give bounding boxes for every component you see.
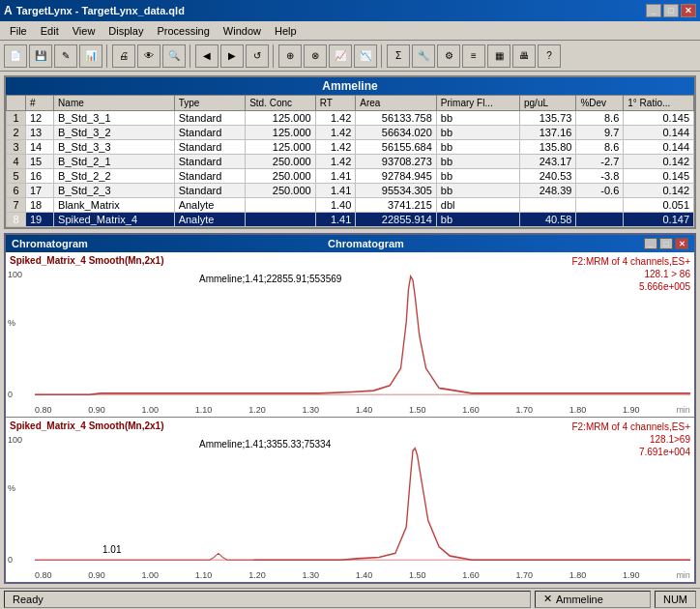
x-label-7: 1.50 xyxy=(409,405,426,415)
menu-file[interactable]: File xyxy=(4,23,33,39)
menu-processing[interactable]: Processing xyxy=(151,23,215,39)
menu-view[interactable]: View xyxy=(67,23,102,39)
toolbar-btn-1[interactable]: 📄 xyxy=(4,44,27,68)
x2-label-8: 1.60 xyxy=(462,570,480,580)
table-row[interactable]: 617B_Std_2_3Standard250.0001.4195534.305… xyxy=(7,184,694,198)
status-ammeline: ✕ Ammeline xyxy=(535,591,651,608)
chrom-panel-2: Spiked_Matrix_4 Smooth(Mn,2x1) F2:MRM of… xyxy=(6,418,694,582)
toolbar-btn-9[interactable]: ▶ xyxy=(220,44,244,68)
x-label-3: 1.10 xyxy=(195,405,213,415)
x-label-4: 1.20 xyxy=(248,405,266,415)
table-row[interactable]: 415B_Std_2_1Standard250.0001.4293708.273… xyxy=(7,155,694,169)
table-row[interactable]: 819Spiked_Matrix_4Analyte1.4122855.914bb… xyxy=(7,213,694,227)
title-bar-controls: _ □ ✕ xyxy=(646,4,696,17)
toolbar-btn-15[interactable]: Σ xyxy=(387,44,410,68)
sep-2 xyxy=(190,44,191,68)
chrom-annotation-1: Ammeline;1.41;22855.91;553569 xyxy=(199,274,341,284)
toolbar-btn-10[interactable]: ↺ xyxy=(246,44,269,68)
chrom-title-label: Chromatogram xyxy=(328,238,404,249)
x2-label-3: 1.10 xyxy=(195,570,213,580)
minimize-button[interactable]: _ xyxy=(646,4,661,17)
x-axis-labels-2: 0.80 0.90 1.00 1.10 1.20 1.30 1.40 1.50 … xyxy=(35,570,690,580)
toolbar-btn-18[interactable]: ≡ xyxy=(462,44,485,68)
x-label-5: 1.30 xyxy=(302,405,319,415)
main-content: Ammeline # Name Type Std. Conc RT Area P… xyxy=(0,72,700,588)
col-header-pgul[interactable]: pg/uL xyxy=(519,96,575,111)
toolbar-btn-3[interactable]: ✎ xyxy=(54,44,77,68)
chrom-svg-2 xyxy=(35,435,690,566)
chrom-title: Chromatogram xyxy=(12,238,88,249)
y-label-pct-p2: % xyxy=(8,483,15,493)
toolbar-btn-4[interactable]: 📊 xyxy=(79,44,102,68)
col-header-rt[interactable]: RT xyxy=(315,96,356,111)
col-header-name[interactable]: Name xyxy=(54,96,175,111)
table-row[interactable]: 516B_Std_2_2Standard250.0001.4192784.945… xyxy=(7,169,694,184)
toolbar-btn-8[interactable]: ◀ xyxy=(195,44,219,68)
chrom-svg-1 xyxy=(35,270,690,401)
chrom-panel-1: Spiked_Matrix_4 Smooth(Mn,2x1) F2:MRM of… xyxy=(6,252,694,418)
app-icon: A xyxy=(4,4,13,17)
y-label-0-p1: 0 xyxy=(8,390,13,399)
chrom-maximize[interactable]: □ xyxy=(659,238,673,249)
col-header-type[interactable]: Type xyxy=(174,96,245,111)
col-header-dev[interactable]: %Dev xyxy=(576,96,624,111)
x2-label-7: 1.50 xyxy=(409,570,426,580)
x2-label-5: 1.30 xyxy=(302,570,319,580)
x-label-10: 1.80 xyxy=(569,405,587,415)
x-axis-labels-1: 0.80 0.90 1.00 1.10 1.20 1.30 1.40 1.50 … xyxy=(35,405,690,415)
y-label-0-p2: 0 xyxy=(8,555,13,565)
x2-label-6: 1.40 xyxy=(356,570,373,580)
chrom-panel2-label: Spiked_Matrix_4 Smooth(Mn,2x1) xyxy=(10,420,163,431)
col-header-stdconc[interactable]: Std. Conc xyxy=(246,96,315,111)
table-row[interactable]: 112B_Std_3_1Standard125.0001.4256133.758… xyxy=(7,111,694,126)
col-header-ratio[interactable]: 1° Ratio... xyxy=(624,96,694,111)
maximize-button[interactable]: □ xyxy=(663,4,679,17)
toolbar-btn-19[interactable]: ▦ xyxy=(487,44,510,68)
col-header-num[interactable]: # xyxy=(26,96,54,111)
data-window-title: Ammeline xyxy=(6,77,694,95)
toolbar-btn-13[interactable]: 📈 xyxy=(329,44,352,68)
toolbar-btn-21[interactable]: ? xyxy=(538,44,561,68)
chrom-controls: _ □ ✕ xyxy=(644,238,688,249)
x-label-2: 1.00 xyxy=(142,405,160,415)
sep-3 xyxy=(273,44,275,68)
toolbar-btn-16[interactable]: 🔧 xyxy=(412,44,435,68)
data-window: Ammeline # Name Type Std. Conc RT Area P… xyxy=(4,75,696,229)
toolbar-btn-14[interactable]: 📉 xyxy=(354,44,377,68)
x2-min-label: min xyxy=(676,570,690,580)
data-table: # Name Type Std. Conc RT Area Primary Fl… xyxy=(6,95,694,227)
chrom-annotation-2b: 1.01 xyxy=(102,544,121,555)
x-label-0: 0.80 xyxy=(35,405,52,415)
toolbar-btn-11[interactable]: ⊕ xyxy=(278,44,302,68)
table-row[interactable]: 314B_Std_3_3Standard125.0001.4256155.684… xyxy=(7,140,694,155)
chrom-panel1-info1: F2:MRM of 4 channels,ES+ xyxy=(571,255,690,268)
y-label-100-p1: 100 xyxy=(8,270,22,279)
toolbar-btn-20[interactable]: 🖶 xyxy=(512,44,536,68)
menu-help[interactable]: Help xyxy=(269,23,303,39)
toolbar-btn-17[interactable]: ⚙ xyxy=(437,44,460,68)
x-min-label-1: min xyxy=(676,405,690,415)
x2-label-9: 1.70 xyxy=(516,570,534,580)
table-container: # Name Type Std. Conc RT Area Primary Fl… xyxy=(6,95,694,227)
table-row[interactable]: 213B_Std_3_2Standard125.0001.4256634.020… xyxy=(7,126,694,140)
sep-4 xyxy=(381,44,383,68)
toolbar-btn-5[interactable]: 🖨 xyxy=(112,44,135,68)
toolbar-btn-2[interactable]: 💾 xyxy=(29,44,52,68)
chrom-close[interactable]: ✕ xyxy=(675,238,688,249)
col-header-row[interactable] xyxy=(7,96,26,111)
x-label-8: 1.60 xyxy=(462,405,480,415)
ammeline-label: Ammeline xyxy=(556,594,603,605)
chrom-content: Spiked_Matrix_4 Smooth(Mn,2x1) F2:MRM of… xyxy=(6,252,694,582)
col-header-primaryfl[interactable]: Primary Fl... xyxy=(436,96,519,111)
menu-edit[interactable]: Edit xyxy=(35,23,65,39)
toolbar-btn-12[interactable]: ⊗ xyxy=(304,44,327,68)
close-button[interactable]: ✕ xyxy=(681,4,696,17)
chrom-minimize[interactable]: _ xyxy=(644,238,657,249)
menu-display[interactable]: Display xyxy=(102,23,149,39)
col-header-area[interactable]: Area xyxy=(356,96,437,111)
toolbar-btn-7[interactable]: 🔍 xyxy=(162,44,186,68)
toolbar-btn-6[interactable]: 👁 xyxy=(137,44,160,68)
x2-label-2: 1.00 xyxy=(142,570,160,580)
table-row[interactable]: 718Blank_MatrixAnalyte1.403741.215dbl0.0… xyxy=(7,198,694,213)
menu-window[interactable]: Window xyxy=(218,23,267,39)
